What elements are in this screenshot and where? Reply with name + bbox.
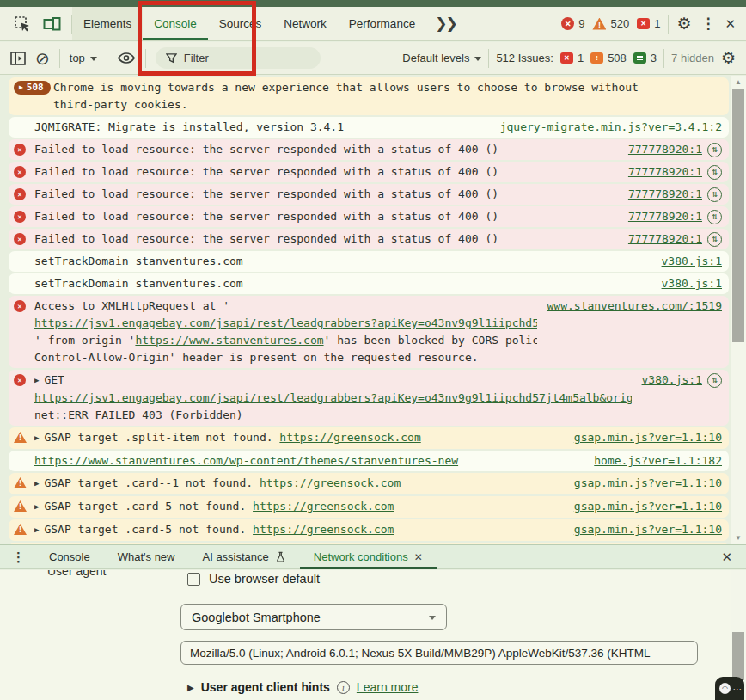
- message-link[interactable]: https://greensock.com: [279, 431, 420, 444]
- source-link[interactable]: gsap.min.js?ver=1.1:10: [574, 475, 722, 492]
- error-icon: ✕: [14, 233, 26, 245]
- source-link[interactable]: 777778920:1: [628, 230, 702, 248]
- inspect-element-icon[interactable]: [14, 15, 31, 33]
- source-link[interactable]: 777778920:1: [628, 186, 702, 203]
- log-levels-selector[interactable]: Default levels: [402, 52, 481, 64]
- expand-icon[interactable]: ▶: [34, 475, 39, 492]
- info-icon[interactable]: i: [337, 681, 350, 694]
- expand-icon[interactable]: ▶: [34, 521, 39, 538]
- user-agent-string-input[interactable]: Mozilla/5.0 (Linux; Android 6.0.1; Nexus…: [180, 641, 698, 665]
- hidden-messages-label[interactable]: 7 hidden: [671, 52, 714, 64]
- divider: [107, 49, 107, 68]
- warning-count[interactable]: ! 520: [592, 17, 629, 30]
- warning-icon: !: [14, 432, 27, 443]
- drawer-tab-whats-new[interactable]: What's new: [104, 545, 189, 568]
- message-text: JQMIGRATE: Migrate is installed, version…: [34, 119, 490, 136]
- network-request-icon[interactable]: ⇅: [707, 210, 722, 224]
- message-text: ▶GEThttps://jsv1.engagebay.com/jsapi/res…: [34, 371, 632, 424]
- drawer-tab-ai-assistance[interactable]: AI assistance: [189, 545, 300, 568]
- network-request-icon[interactable]: ⇅: [707, 143, 722, 157]
- console-settings-gear-icon[interactable]: ⚙: [721, 48, 736, 68]
- network-request-icon[interactable]: ⇅: [707, 187, 722, 202]
- close-drawer-icon[interactable]: ✕: [721, 550, 732, 565]
- source-link[interactable]: gsap.min.js?ver=1.1:10: [574, 429, 722, 446]
- warning-icon: !: [14, 477, 27, 488]
- network-request-icon[interactable]: ⇅: [707, 165, 722, 180]
- message-link[interactable]: https://jsv1.engagebay.com/jsapi/rest/le…: [34, 391, 632, 404]
- error-count[interactable]: ✕ 9: [561, 17, 584, 30]
- scrollbar-thumb[interactable]: [732, 632, 744, 680]
- error-icon: ✕: [14, 374, 26, 386]
- source-link[interactable]: 777778920:1: [628, 163, 702, 181]
- close-devtools-icon[interactable]: ✕: [725, 16, 736, 32]
- expand-icon[interactable]: ▶: [34, 429, 39, 446]
- issue-count[interactable]: ✕ 1: [637, 17, 660, 30]
- source-link[interactable]: gsap.min.js?ver=1.1:10: [574, 498, 722, 515]
- expand-icon[interactable]: ▶: [34, 498, 39, 515]
- expand-icon[interactable]: ▶: [34, 371, 39, 389]
- learn-more-link[interactable]: Learn more: [357, 680, 419, 694]
- kebab-menu-icon[interactable]: ⋮: [699, 15, 717, 33]
- device-toolbar-icon[interactable]: [43, 16, 61, 32]
- source-link[interactable]: 777778920:1: [628, 141, 702, 158]
- group-count-badge[interactable]: ▶508: [14, 81, 51, 95]
- drawer-tab-console[interactable]: Console: [35, 545, 104, 568]
- source-link[interactable]: jquery-migrate.min.js?ver=3.4.1:2: [500, 119, 722, 136]
- screen-capture-widget[interactable]: ◠ ...: [715, 677, 744, 700]
- scroll-down-icon[interactable]: ▼: [731, 534, 746, 542]
- drawer-tab-network-conditions[interactable]: Network conditions ✕: [300, 545, 437, 568]
- source-link[interactable]: home.js?ver=1.1:182: [594, 452, 722, 470]
- message-link[interactable]: https://www.stanventures.com/wp-content/…: [34, 454, 458, 467]
- row-icon-cell: [12, 452, 34, 455]
- drawer-kebab-menu-icon[interactable]: ⋮: [0, 545, 35, 568]
- close-tab-icon[interactable]: ✕: [414, 551, 423, 563]
- user-agent-select[interactable]: Googlebot Smartphone: [180, 604, 447, 630]
- console-row: ✕Failed to load resource: the server res…: [9, 162, 729, 182]
- network-request-icon[interactable]: ⇅: [707, 232, 722, 247]
- console-row: ▶508Chrome is moving towards a new exper…: [9, 77, 729, 115]
- scrollbar-thumb[interactable]: [732, 89, 744, 342]
- devtools-tabbar: Elements Console Sources Network Perform…: [0, 7, 746, 41]
- issues-label[interactable]: 512 Issues:: [496, 52, 553, 64]
- console-sidebar-icon[interactable]: [10, 52, 26, 65]
- message-text: ▶GSAP target .split-item not found. http…: [34, 429, 564, 447]
- drawer-tabbar: ⋮ Console What's new AI assistance Netwo…: [0, 544, 746, 569]
- context-selector[interactable]: top: [70, 52, 97, 64]
- more-tabs-icon[interactable]: ❯❯: [426, 7, 465, 40]
- message-link[interactable]: https://greensock.com: [253, 500, 394, 513]
- use-browser-default-checkbox[interactable]: [187, 573, 200, 586]
- tab-performance[interactable]: Performance: [338, 7, 426, 40]
- chevron-down-icon: [90, 57, 97, 61]
- console-row: JQMIGRATE: Migrate is installed, version…: [9, 117, 729, 138]
- settings-gear-icon[interactable]: ⚙: [676, 14, 691, 34]
- message-text: Failed to load resource: the server resp…: [34, 141, 618, 158]
- live-expression-eye-icon[interactable]: [117, 52, 136, 64]
- tab-sources[interactable]: Sources: [208, 7, 273, 40]
- network-request-icon[interactable]: ⇅: [707, 373, 722, 388]
- source-link[interactable]: www.stanventures.com/:1519: [547, 298, 723, 315]
- issues-page-errors[interactable]: ✕ 1: [560, 52, 584, 64]
- use-browser-default-row[interactable]: Use browser default: [187, 572, 320, 586]
- warning-icon: !: [592, 18, 606, 30]
- source-link[interactable]: v380.js:1: [642, 371, 702, 389]
- source-link[interactable]: v380.js:1: [662, 275, 722, 292]
- message-link[interactable]: https://www.stanventures.com: [135, 334, 323, 347]
- tab-console[interactable]: Console: [143, 7, 208, 40]
- message-text: Failed to load resource: the server resp…: [34, 163, 618, 181]
- client-hints-label: User agent client hints: [201, 680, 330, 694]
- filter-input[interactable]: Filter: [156, 47, 321, 69]
- issues-breaking-changes[interactable]: ! 508: [590, 52, 627, 64]
- message-link[interactable]: https://greensock.com: [253, 523, 394, 536]
- message-link[interactable]: https://greensock.com: [260, 476, 401, 489]
- scroll-up-icon[interactable]: ▲: [731, 78, 746, 86]
- expand-icon[interactable]: ▶: [187, 683, 194, 692]
- source-link[interactable]: v380.js:1: [662, 253, 722, 270]
- issues-improvements[interactable]: 3: [633, 52, 657, 64]
- message-link[interactable]: https://jsv1.engagebay.com/jsapi/rest/le…: [34, 316, 537, 329]
- source-link[interactable]: gsap.min.js?ver=1.1:10: [574, 521, 722, 538]
- clear-console-icon[interactable]: ⊘: [35, 48, 50, 69]
- source-link[interactable]: 777778920:1: [628, 208, 702, 225]
- console-scrollbar[interactable]: ▲ ▼: [731, 76, 746, 544]
- tab-elements[interactable]: Elements: [72, 7, 143, 40]
- tab-network[interactable]: Network: [272, 7, 338, 40]
